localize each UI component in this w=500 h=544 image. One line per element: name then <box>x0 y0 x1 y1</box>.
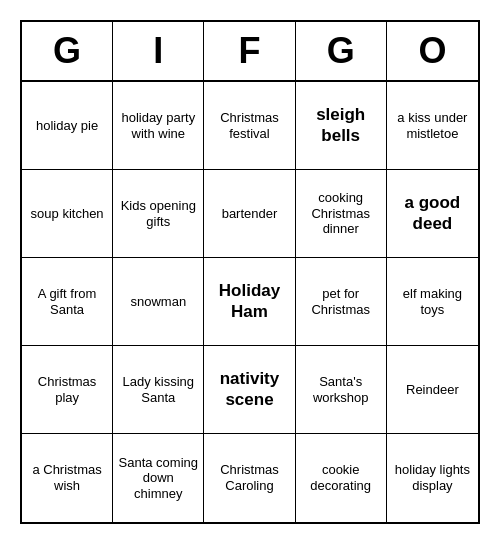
bingo-cell-13[interactable]: pet for Christmas <box>296 258 387 346</box>
header-o: O <box>387 22 478 80</box>
bingo-cell-2[interactable]: Christmas festival <box>204 82 295 170</box>
bingo-cell-4[interactable]: a kiss under mistletoe <box>387 82 478 170</box>
bingo-cell-24[interactable]: holiday lights display <box>387 434 478 522</box>
bingo-cell-11[interactable]: snowman <box>113 258 204 346</box>
header-i: I <box>113 22 204 80</box>
header-f: F <box>204 22 295 80</box>
bingo-cell-19[interactable]: Reindeer <box>387 346 478 434</box>
bingo-cell-22[interactable]: Christmas Caroling <box>204 434 295 522</box>
bingo-card: G I F G O holiday pieholiday party with … <box>20 20 480 524</box>
bingo-cell-17[interactable]: nativity scene <box>204 346 295 434</box>
bingo-cell-3[interactable]: sleigh bells <box>296 82 387 170</box>
bingo-grid: holiday pieholiday party with wineChrist… <box>22 82 478 522</box>
bingo-cell-16[interactable]: Lady kissing Santa <box>113 346 204 434</box>
bingo-cell-20[interactable]: a Christmas wish <box>22 434 113 522</box>
bingo-cell-9[interactable]: a good deed <box>387 170 478 258</box>
bingo-cell-14[interactable]: elf making toys <box>387 258 478 346</box>
bingo-cell-5[interactable]: soup kitchen <box>22 170 113 258</box>
bingo-cell-0[interactable]: holiday pie <box>22 82 113 170</box>
bingo-cell-23[interactable]: cookie decorating <box>296 434 387 522</box>
bingo-cell-21[interactable]: Santa coming down chimney <box>113 434 204 522</box>
bingo-cell-1[interactable]: holiday party with wine <box>113 82 204 170</box>
bingo-header: G I F G O <box>22 22 478 82</box>
bingo-cell-10[interactable]: A gift from Santa <box>22 258 113 346</box>
bingo-cell-8[interactable]: cooking Christmas dinner <box>296 170 387 258</box>
bingo-cell-15[interactable]: Christmas play <box>22 346 113 434</box>
bingo-cell-12[interactable]: Holiday Ham <box>204 258 295 346</box>
header-g2: G <box>296 22 387 80</box>
bingo-cell-18[interactable]: Santa's workshop <box>296 346 387 434</box>
header-g1: G <box>22 22 113 80</box>
bingo-cell-7[interactable]: bartender <box>204 170 295 258</box>
bingo-cell-6[interactable]: Kids opening gifts <box>113 170 204 258</box>
